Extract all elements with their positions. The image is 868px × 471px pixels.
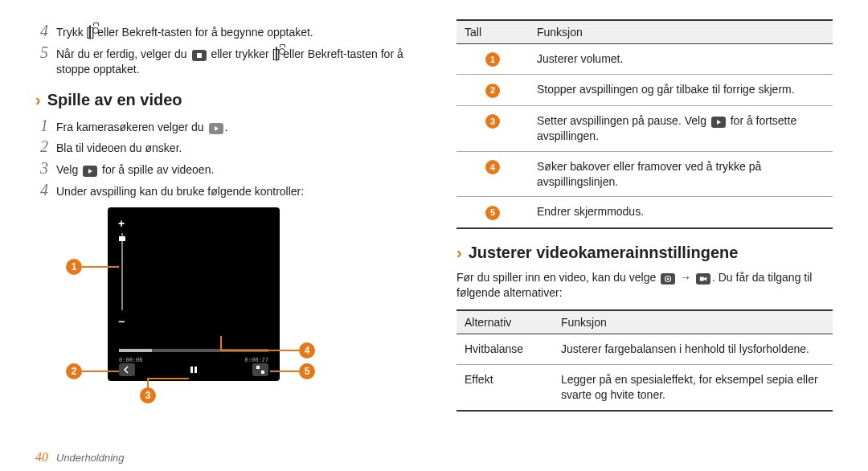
fullscreen-button[interactable] [252,363,268,376]
chevron-icon: › [457,244,462,262]
svg-marker-11 [704,276,706,281]
video-screen: + − 0:00:06 0:00:27 [108,207,280,381]
table-row: 4 Søker bakover eller framover ved å try… [457,151,833,197]
svg-rect-0 [197,53,202,58]
col-option: Alternativ [457,310,553,334]
heading-play-video: › Spille av en video [35,91,411,109]
table-row: 3 Setter avspillingen på pause. Velg for… [457,105,833,151]
callout-4: 4 [299,342,315,358]
col-function: Funksjon [529,20,833,44]
bullet-4: 4 [485,160,500,174]
svg-rect-5 [256,366,260,369]
back-button[interactable] [119,363,135,376]
pause-button[interactable] [186,363,202,376]
play-step-4: 4 Under avspilling kan du bruke følgende… [35,182,411,200]
table-row: Hvitbalanse Justerer fargebalansen i hen… [457,334,833,365]
stop-icon [192,50,207,61]
video-camera-icon [696,273,710,285]
table-row: 2 Stopper avspillingen og går tilbake ti… [457,75,833,105]
table-row: 5 Endrer skjermmodus. [457,197,833,228]
time-current: 0:00:06 [119,357,143,363]
page-number: 40 [35,450,48,465]
bullet-1: 1 [485,52,500,67]
plus-icon: + [118,217,125,230]
table-row: Effekt Legger på en spesialeffekt, for e… [457,364,833,410]
play-step-1: 1 Fra kamerasøkeren velger du . [35,117,411,136]
play-step-3: 3 Velg for å spille av videoen. [35,160,411,178]
bullet-5: 5 [485,206,500,220]
callout-1: 1 [66,259,82,275]
step-4: 4 Trykk [] eller Bekreft-tasten for å be… [35,23,411,41]
camera-icon [276,47,277,61]
callout-3: 3 [140,387,156,403]
play-icon [711,117,726,128]
callout-2: 2 [66,363,82,379]
settings-table: Alternativ Funksjon Hvitbalanse Justerer… [457,309,833,412]
col-number: Tall [457,20,529,44]
svg-marker-7 [717,120,721,125]
section-title: Underholdning [56,452,125,464]
play-icon [209,123,223,134]
controls-table: Tall Funksjon 1 Justerer volumet. 2 Stop… [457,19,833,229]
chevron-icon: › [35,91,41,109]
step-5: 5 Når du er ferdig, velger du eller tryk… [35,44,411,78]
svg-rect-4 [194,367,197,373]
time-duration: 0:00:27 [244,357,268,363]
svg-marker-2 [88,169,92,174]
page-footer: 40 Underholdning [35,444,833,465]
svg-point-9 [667,278,669,281]
svg-rect-3 [190,367,193,373]
heading-adjust-settings: › Justerer videokamerainnstillingene [457,244,833,262]
adjust-description: Før du spiller inn en video, kan du velg… [457,270,833,301]
bullet-3: 3 [485,114,500,129]
volume-slider[interactable]: + − [119,223,125,320]
col-function: Funksjon [553,310,833,334]
play-step-2: 2 Bla til videoen du ønsker. [35,138,411,157]
bullet-2: 2 [485,84,500,98]
play-icon [83,166,97,177]
svg-rect-10 [700,276,704,281]
table-row: 1 Justerer volumet. [457,44,833,75]
camera-icon [89,25,91,39]
gear-icon [661,273,675,285]
video-player-diagram: + − 0:00:06 0:00:27 1 2 [59,207,365,412]
minus-icon: − [118,315,125,328]
svg-marker-1 [215,126,219,131]
callout-5: 5 [299,363,315,379]
svg-rect-6 [261,371,264,374]
